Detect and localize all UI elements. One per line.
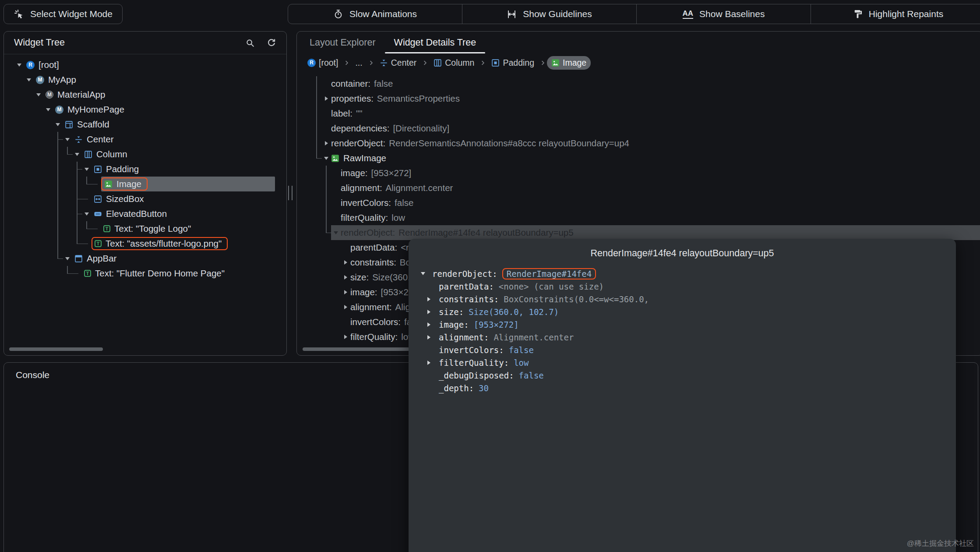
tree-guide — [321, 300, 331, 315]
refresh-icon[interactable] — [267, 38, 276, 48]
expander-slot — [321, 106, 331, 121]
tree-node-content: TText: "Flutter Demo Home Page" — [82, 266, 229, 281]
expander-open-icon[interactable] — [321, 151, 331, 166]
popup-row-renderobject[interactable]: renderObject:RenderImage#14fe4 — [421, 267, 944, 280]
expander-open-icon[interactable] — [34, 87, 43, 102]
select-widget-mode-button[interactable]: Select Widget Mode — [4, 4, 123, 24]
property-value: RenderImage#14fe4 relayoutBoundary=up5 — [398, 227, 573, 238]
tree-node-text-assets-flutter-logo-png[interactable]: TText: "assets/flutter-logo.png" — [14, 236, 275, 251]
expander-closed-icon[interactable] — [321, 91, 331, 106]
expander-closed-icon[interactable] — [427, 297, 439, 301]
tree-node-text-toggle-logo[interactable]: TText: "Toggle Logo" — [14, 221, 275, 236]
tab-layout-explorer[interactable]: Layout Explorer — [300, 32, 385, 53]
widget-tree-horizontal-scrollbar[interactable] — [9, 347, 103, 351]
property-value: RenderSemanticsAnnotations#a8ccc relayou… — [389, 138, 629, 149]
tree-node-label: MaterialApp — [57, 89, 105, 100]
detail-row-properties[interactable]: properties:SemanticsProperties — [312, 91, 980, 106]
expander-open-icon[interactable] — [72, 147, 82, 162]
tree-node-scaffold[interactable]: Scaffold — [14, 117, 275, 132]
detail-row-alignment[interactable]: alignment:Alignment.center — [312, 180, 980, 195]
expander-closed-icon[interactable] — [341, 300, 350, 315]
text-icon: T — [84, 270, 91, 277]
search-icon[interactable] — [245, 38, 255, 48]
popup-row-image[interactable]: image:[953×272] — [421, 318, 944, 331]
property-name: _depth: — [439, 383, 474, 393]
breadcrumb-ellipsis[interactable]: ... — [351, 56, 367, 70]
expander-closed-icon[interactable] — [321, 136, 331, 151]
expander-open-icon[interactable] — [82, 162, 92, 177]
detail-row-filterquality[interactable]: filterQuality:low — [312, 210, 980, 225]
property-value: low — [391, 212, 405, 223]
tree-guide — [24, 266, 34, 281]
detail-row-dependencies[interactable]: dependencies:[Directionality] — [312, 121, 980, 136]
tree-guide — [312, 91, 321, 106]
popup-row-alignment[interactable]: alignment:Alignment.center — [421, 331, 944, 343]
property-name: alignment: — [350, 302, 392, 312]
breadcrumb-center[interactable]: Center — [375, 56, 421, 70]
tree-node-elevatedbutton[interactable]: ElevatedButton — [14, 206, 275, 221]
expander-open-icon[interactable] — [63, 251, 72, 266]
detail-row-label[interactable]: label:"" — [312, 106, 980, 121]
tree-guide — [14, 132, 24, 147]
detail-row-renderobject[interactable]: renderObject:RenderSemanticsAnnotations#… — [312, 136, 980, 151]
expander-closed-icon[interactable] — [427, 322, 439, 327]
detail-row-container[interactable]: container:false — [312, 76, 980, 91]
expander-open-icon[interactable] — [63, 132, 72, 147]
slow-animations-button[interactable]: Slow Animations — [288, 4, 462, 24]
expander-open-icon[interactable] — [421, 272, 432, 275]
tree-node-text-flutter-demo-home-page[interactable]: TText: "Flutter Demo Home Page" — [14, 266, 275, 281]
tree-node-image[interactable]: Image — [14, 177, 275, 191]
expander-closed-icon[interactable] — [427, 335, 439, 340]
tree-guide — [43, 206, 53, 221]
tree-guide — [43, 236, 53, 251]
tree-node-myhomepage[interactable]: MMyHomePage — [14, 102, 275, 117]
tree-node-myapp[interactable]: MMyApp — [14, 72, 275, 87]
highlight-repaints-button[interactable]: Highlight Repaints — [811, 4, 980, 24]
expander-slot — [92, 177, 101, 191]
expander-closed-icon[interactable] — [341, 270, 350, 285]
detail-row-invertcolors[interactable]: invertColors:false — [312, 195, 980, 210]
show-baselines-button[interactable]: AAShow Baselines — [636, 4, 811, 24]
tree-node-sizedbox[interactable]: SizedBox — [14, 191, 275, 206]
breadcrumb-label: Column — [445, 58, 474, 68]
detail-row-renderobject[interactable]: renderObject:RenderImage#14fe4 relayoutB… — [312, 225, 980, 240]
detail-row-image[interactable]: image:[953×272] — [312, 166, 980, 180]
breadcrumb-root[interactable]: R[root] — [303, 56, 342, 70]
chevron-right-icon — [368, 60, 374, 66]
expander-open-icon[interactable] — [14, 57, 24, 72]
expander-open-icon[interactable] — [43, 102, 53, 117]
tree-node-root[interactable]: R[root] — [14, 57, 275, 72]
property-value: false — [519, 371, 544, 380]
expander-closed-icon[interactable] — [341, 329, 350, 344]
breadcrumb-column[interactable]: Column — [429, 56, 479, 70]
expander-closed-icon[interactable] — [427, 310, 439, 314]
property-value: SemanticsProperties — [377, 93, 460, 104]
detail-row-rawimage[interactable]: RawImage — [312, 151, 980, 166]
tree-node-column[interactable]: Column — [14, 147, 275, 162]
node-box: Center — [72, 133, 118, 146]
popup-row-filterquality[interactable]: filterQuality:low — [421, 356, 944, 369]
expander-open-icon[interactable] — [24, 72, 34, 87]
tree-node-materialapp[interactable]: MMaterialApp — [14, 87, 275, 102]
popup-row-constraints[interactable]: constraints:BoxConstraints(0.0<=w<=360.0… — [421, 293, 944, 305]
breadcrumb-image[interactable]: Image — [547, 56, 591, 70]
expander-closed-icon[interactable] — [341, 255, 350, 270]
expander-open-icon[interactable] — [82, 206, 92, 221]
expander-closed-icon[interactable] — [427, 361, 439, 365]
tree-node-padding[interactable]: Padding — [14, 162, 275, 177]
tree-node-center[interactable]: Center — [14, 132, 275, 147]
panel-splitter-handle[interactable] — [288, 186, 293, 200]
tree-node-content: R[root] — [24, 57, 63, 72]
tree-guide — [43, 147, 53, 162]
tab-widget-details-tree[interactable]: Widget Details Tree — [385, 32, 486, 53]
expander-open-icon[interactable] — [331, 225, 341, 240]
show-guidelines-button[interactable]: Show Guidelines — [462, 4, 636, 24]
scaffold-icon — [65, 120, 73, 129]
popup-row-size[interactable]: size:Size(360.0, 102.7) — [421, 305, 944, 318]
breadcrumb-padding[interactable]: Padding — [487, 56, 539, 70]
tree-node-appbar[interactable]: AppBar — [14, 251, 275, 266]
node-box: Column — [82, 148, 131, 161]
details-horizontal-scrollbar[interactable] — [303, 347, 410, 351]
expander-closed-icon[interactable] — [341, 285, 350, 300]
expander-open-icon[interactable] — [53, 117, 63, 132]
